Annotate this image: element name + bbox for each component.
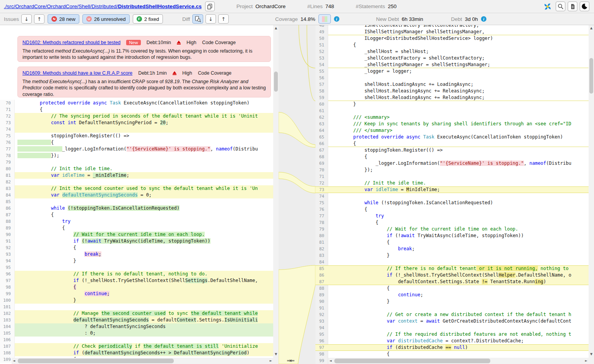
diff-mode-button[interactable] [192, 14, 203, 24]
issues-filter-new[interactable]: N28 new [48, 14, 79, 24]
code-line: 56 [315, 75, 589, 81]
project-label: Project [236, 3, 253, 9]
debt-label: Debt [451, 16, 462, 22]
code-text [328, 108, 589, 114]
left-hscroll-thumb[interactable] [18, 359, 174, 363]
project-value: OrchardCore [255, 3, 286, 9]
copy-path-button[interactable] [205, 2, 215, 11]
left-horizontal-scrollbar[interactable]: ◄ ► [12, 358, 273, 364]
issues-filter-fixed[interactable]: F2 fixed [133, 14, 163, 24]
code-text: continue; [15, 291, 273, 297]
code-line: 53 _shellContextFactory = shellContextFa… [315, 55, 589, 62]
line-number: 49 [315, 29, 328, 35]
code-line: 72 // The syncing period in seconds of t… [0, 113, 273, 120]
file-path-link[interactable]: ./src/OrchardCore/OrchardCore/Shell/Dist… [4, 3, 202, 9]
report-button[interactable] [568, 2, 577, 11]
prev-issue-button[interactable]: ↑ [34, 14, 45, 24]
line-number: 99 [315, 357, 328, 364]
next-issue-button[interactable]: ↓ [21, 14, 32, 24]
line-number: 58 [315, 88, 328, 94]
scroll-up-arrow[interactable]: ▲ [273, 26, 279, 30]
line-number: 86 [0, 205, 15, 212]
line-number: 80 [0, 166, 15, 172]
code-text: ILogger<DistributedShellHostedService> l… [328, 35, 589, 42]
code-text: } [15, 258, 273, 264]
next-diff-button[interactable]: ↓ [205, 14, 216, 24]
code-text: }); [15, 152, 273, 159]
diff-join-indicator[interactable]: ⇒⇐ [287, 357, 293, 364]
issue-description: The method ExecuteAsync(...) has a an in… [22, 79, 266, 97]
code-text: // If there is no default tenant, nothin… [15, 271, 273, 277]
code-line: 70 }); [315, 167, 589, 173]
code-text: } [15, 297, 273, 304]
line-number: 59 [315, 94, 328, 101]
code-text: { [328, 219, 589, 226]
code-text: protected override async Task ExecuteAsy… [15, 100, 273, 106]
coverage-indicator-button[interactable] [318, 14, 331, 24]
code-text [15, 264, 273, 271]
code-text: break; [15, 251, 273, 258]
scroll-left-arrow[interactable]: ◄ [329, 359, 332, 362]
line-number: 79 [315, 226, 328, 232]
code-line: 89 { [0, 225, 273, 231]
lines-group: #Lines748 [307, 3, 334, 9]
issue-description: The refactored method ExecuteAsync(...) … [22, 48, 266, 61]
code-line: 82 break; [315, 246, 589, 252]
issues-filter-unresolved[interactable]: U26 unresolved [82, 14, 130, 24]
scroll-right-arrow[interactable]: ► [270, 359, 272, 362]
code-line: 75 while (!stoppingToken.IsCancellationR… [315, 200, 589, 206]
code-text: /// Keep in sync tenants by sharing shel… [328, 121, 589, 127]
right-hscroll-thumb[interactable] [334, 359, 490, 363]
right-vertical-scrollbar[interactable]: ▲ ▼ [589, 25, 594, 364]
scroll-right-arrow[interactable]: ► [585, 359, 587, 362]
coverage-info-icon[interactable]: i [334, 16, 339, 22]
code-line: 108 if (defaultTenantSyncingSeconds++ > … [0, 350, 273, 356]
scroll-down-arrow[interactable]: ▼ [273, 352, 279, 356]
issue-callout: ND1609: Methods should have a low C.R.A.… [17, 67, 271, 97]
code-text: } [328, 252, 589, 259]
dark-mode-button[interactable] [580, 2, 589, 11]
issue-category: Code Coverage [198, 70, 231, 76]
code-text: { [15, 139, 273, 146]
code-line: 105 : 0; [0, 330, 273, 337]
code-text: // Init the idle time. [15, 166, 273, 172]
code-text: // If there is no default tenant or it i… [328, 265, 589, 272]
debt-info-icon[interactable]: i [481, 16, 486, 22]
ndepend-logo-icon [543, 2, 552, 11]
line-number: 84 [315, 259, 328, 265]
new-debt-label: New Debt [376, 16, 399, 22]
code-line: 86 if (!_shellHost.TryGetShellContext(Sh… [315, 272, 589, 279]
code-text: break; [328, 246, 589, 252]
code-text: IShellContextFactory shellContextFactory… [328, 25, 589, 29]
line-number: 53 [315, 55, 328, 62]
code-line: 66 { [315, 140, 589, 147]
code-line: 73 var idleTime = MinIdleTime; [315, 186, 589, 193]
right-horizontal-scrollbar[interactable]: ◄ ► [328, 358, 589, 364]
scroll-up-arrow[interactable]: ▲ [589, 26, 594, 30]
right-vscroll-thumb[interactable] [589, 58, 593, 94]
code-line: 80 // Init the idle time. [0, 166, 273, 172]
code-text: { [328, 140, 589, 147]
code-line: 98 { [0, 284, 273, 291]
code-line: 51 { [315, 42, 589, 48]
line-number: 81 [315, 239, 328, 246]
scroll-down-arrow[interactable]: ▼ [589, 352, 594, 356]
left-vscroll-thumb[interactable] [274, 72, 278, 92]
file-name: DistributedShellHostedService.cs [118, 3, 202, 9]
left-vertical-scrollbar[interactable]: ▲ ▼ [273, 25, 279, 364]
code-text [15, 304, 273, 310]
scroll-left-arrow[interactable]: ◄ [13, 359, 15, 362]
line-number: 61 [315, 108, 328, 114]
line-number: 98 [0, 284, 15, 291]
issue-rule-link[interactable]: ND1602: Methods refactored should be tes… [22, 40, 120, 45]
code-line: 78 { [315, 219, 589, 226]
issue-rule-link[interactable]: ND1609: Methods should have a low C.R.A.… [22, 70, 132, 76]
coverage-covered-swatch [325, 16, 327, 22]
code-line: 77 try [315, 213, 589, 219]
prev-diff-button[interactable]: ↑ [218, 14, 229, 24]
line-number: 95 [315, 331, 328, 338]
code-text: defaultTenantSyncingSeconds = defaultCon… [15, 317, 273, 323]
line-number: 80 [315, 232, 328, 239]
search-button[interactable] [556, 2, 565, 11]
line-number: 74 [315, 193, 328, 200]
